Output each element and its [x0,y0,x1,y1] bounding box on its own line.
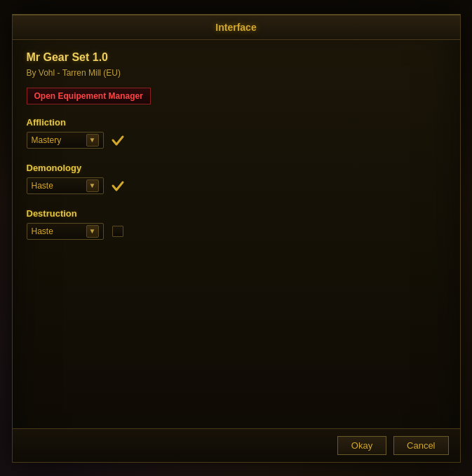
demonology-dropdown-arrow-icon[interactable]: ▼ [86,179,99,192]
dialog-footer: Okay Cancel [13,428,460,462]
addon-author: By Vohl - Tarren Mill (EU) [27,68,446,78]
destruction-row: Haste ▼ [27,223,446,240]
demonology-label: Demonology [27,163,446,173]
destruction-checkbox-empty [112,226,123,237]
destruction-label: Destruction [27,208,446,219]
addon-name: Mr Gear Set 1.0 [27,51,446,64]
affliction-dropdown-arrow-icon[interactable]: ▼ [86,134,99,147]
destruction-section: Destruction Haste ▼ [27,208,446,240]
affliction-dropdown[interactable]: Mastery ▼ [27,132,104,149]
destruction-dropdown-value: Haste [32,226,83,236]
dialog-content: Mr Gear Set 1.0 By Vohl - Tarren Mill (E… [13,40,460,428]
destruction-dropdown[interactable]: Haste ▼ [27,223,104,240]
affliction-section: Affliction Mastery ▼ [27,117,446,149]
demonology-dropdown-value: Haste [32,181,83,191]
dialog-window: Interface Mr Gear Set 1.0 By Vohl - Tarr… [12,14,461,463]
affliction-checkbox[interactable] [111,133,125,147]
affliction-dropdown-value: Mastery [32,135,83,145]
cancel-button[interactable]: Cancel [393,436,448,455]
dialog-header: Interface [13,15,460,40]
destruction-checkbox[interactable] [111,224,125,238]
demonology-dropdown[interactable]: Haste ▼ [27,177,104,194]
demonology-row: Haste ▼ [27,177,446,194]
affliction-row: Mastery ▼ [27,132,446,149]
okay-button[interactable]: Okay [337,436,386,455]
demonology-section: Demonology Haste ▼ [27,163,446,194]
open-equipment-manager-button[interactable]: Open Equipement Manager [27,88,151,104]
destruction-dropdown-arrow-icon[interactable]: ▼ [86,225,99,238]
affliction-label: Affliction [27,117,446,128]
demonology-checkbox[interactable] [111,179,125,193]
dialog-title: Interface [215,22,256,33]
